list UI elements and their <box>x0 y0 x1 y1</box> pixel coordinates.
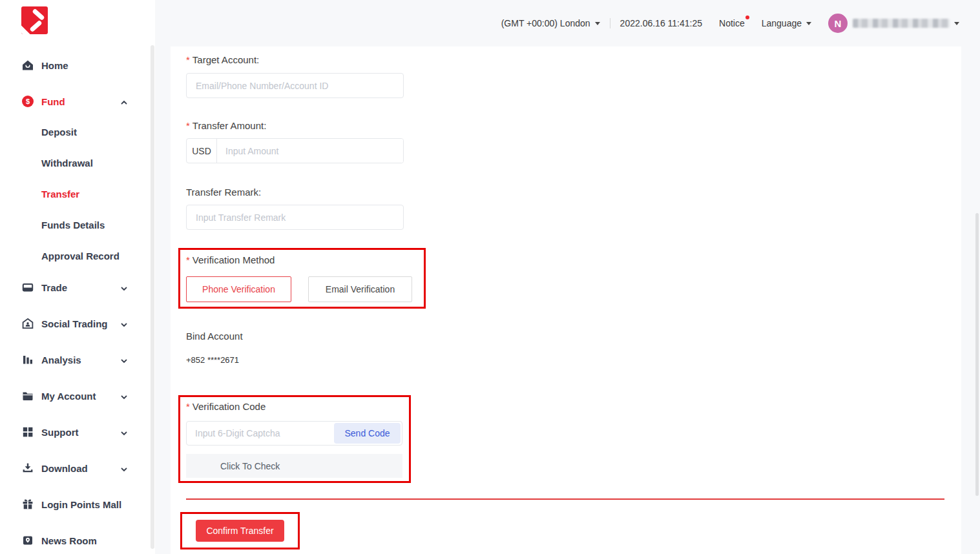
sidebar-item-withdrawal[interactable]: Withdrawal <box>41 155 155 170</box>
transfer-remark-input[interactable] <box>186 205 404 230</box>
chevron-down-icon <box>120 392 128 403</box>
chevron-down-icon <box>120 320 128 331</box>
sidebar-item-news-room[interactable]: News Room <box>22 533 155 548</box>
transfer-amount-label: *Transfer Amount: <box>186 120 266 131</box>
chevron-up-icon <box>120 97 128 108</box>
timezone-selector[interactable]: (GMT +00:00) London <box>501 18 600 28</box>
verification-method-label: *Verification Method <box>186 254 275 265</box>
logo-corner-cut <box>21 25 31 34</box>
page-scrollbar[interactable] <box>975 213 979 496</box>
grid-icon <box>22 426 34 438</box>
sidebar-item-approval-record[interactable]: Approval Record <box>41 248 155 263</box>
sidebar-item-login-points-mall[interactable]: Login Points Mall <box>22 497 155 512</box>
target-account-label: *Target Account: <box>186 54 259 65</box>
timezone-label: (GMT +00:00) London <box>501 18 590 28</box>
language-selector[interactable]: Language <box>762 18 811 28</box>
captcha-check-label: Click To Check <box>220 461 280 471</box>
sidebar-item-label: News Room <box>41 535 97 546</box>
chevron-down-icon <box>120 356 128 367</box>
sidebar-item-download[interactable]: Download <box>22 460 155 476</box>
captcha-check-button[interactable]: Click To Check <box>186 454 402 478</box>
notice-label: Notice <box>719 18 745 28</box>
sidebar-item-label: Download <box>41 463 88 474</box>
required-mark: * <box>186 254 190 265</box>
bind-account-value: +852 ****2671 <box>186 355 239 365</box>
currency-prefix: USD <box>187 139 217 163</box>
target-account-input[interactable] <box>186 73 404 98</box>
annotation-box-verification-code: *Verification Code Send Code Click To Ch… <box>178 395 411 483</box>
caret-down-icon <box>595 22 600 25</box>
sidebar-item-label: Trade <box>41 282 67 293</box>
avatar[interactable]: N <box>828 14 848 33</box>
community-house-icon <box>22 318 34 329</box>
folder-icon <box>22 390 34 402</box>
sidebar-item-my-account[interactable]: My Account <box>22 388 155 404</box>
sidebar-item-label: Social Trading <box>41 318 108 329</box>
sidebar: Home $ Fund Deposit Withdrawal Transfer … <box>0 0 155 554</box>
bar-chart-icon <box>22 354 34 365</box>
home-icon <box>22 59 34 71</box>
required-mark: * <box>186 54 190 65</box>
confirm-transfer-button[interactable]: Confirm Transfer <box>196 520 284 542</box>
notice-badge <box>745 15 749 19</box>
section-divider <box>186 498 944 500</box>
username-redacted <box>853 19 950 28</box>
logo-slash-icon <box>32 8 45 21</box>
sidebar-item-label: Login Points Mall <box>41 499 121 510</box>
dollar-circle-icon: $ <box>22 96 34 107</box>
download-icon <box>22 462 34 474</box>
sidebar-item-label: Analysis <box>41 354 81 365</box>
sidebar-item-funds-details[interactable]: Funds Details <box>41 217 155 232</box>
language-label: Language <box>762 18 802 28</box>
news-badge-icon <box>22 535 34 546</box>
chevron-down-icon <box>120 428 128 439</box>
annotation-box-verification-method: *Verification Method Phone Verification … <box>178 248 426 309</box>
sidebar-item-label: Withdrawal <box>41 158 93 169</box>
caret-down-icon <box>806 22 811 25</box>
transfer-amount-input[interactable] <box>217 139 403 163</box>
sidebar-item-label: Approval Record <box>41 251 120 262</box>
send-code-button[interactable]: Send Code <box>334 423 401 444</box>
sidebar-item-label: Home <box>41 60 68 71</box>
sidebar-item-label: Transfer <box>41 189 79 200</box>
sidebar-item-social-trading[interactable]: Social Trading <box>22 316 155 331</box>
transfer-form-panel: *Target Account: *Transfer Amount: USD T… <box>171 46 961 554</box>
sidebar-item-support[interactable]: Support <box>22 424 155 440</box>
sidebar-item-analysis[interactable]: Analysis <box>22 352 155 367</box>
sidebar-item-fund[interactable]: $ Fund <box>22 94 155 109</box>
card-icon <box>22 282 34 293</box>
transfer-amount-group: USD <box>186 138 404 163</box>
verification-code-row: Send Code <box>186 421 402 446</box>
sidebar-scrollbar[interactable] <box>151 45 154 549</box>
sidebar-item-transfer[interactable]: Transfer <box>41 186 155 201</box>
sidebar-item-label: Funds Details <box>41 220 105 231</box>
notice-link[interactable]: Notice <box>719 18 745 28</box>
sidebar-item-home[interactable]: Home <box>22 57 155 73</box>
bind-account-label: Bind Account <box>186 331 243 342</box>
topbar: (GMT +00:00) London 2022.06.16 11:41:25 … <box>155 0 980 46</box>
sidebar-item-label: My Account <box>41 391 96 402</box>
transfer-remark-label: Transfer Remark: <box>186 187 261 198</box>
sidebar-item-deposit[interactable]: Deposit <box>41 124 155 139</box>
chevron-down-icon <box>120 464 128 475</box>
topbar-divider <box>610 18 610 28</box>
datetime-display: 2022.06.16 11:41:25 <box>620 18 702 28</box>
sidebar-item-label: Support <box>41 427 79 438</box>
logo-slash-icon <box>29 20 42 32</box>
required-mark: * <box>186 401 190 412</box>
email-verification-button[interactable]: Email Verification <box>308 276 412 302</box>
annotation-box-confirm: Confirm Transfer <box>180 512 300 549</box>
sidebar-item-label: Fund <box>41 96 65 107</box>
phone-verification-button[interactable]: Phone Verification <box>186 276 291 302</box>
sidebar-item-trade[interactable]: Trade <box>22 280 155 295</box>
brand-logo[interactable] <box>21 6 48 34</box>
caret-down-icon[interactable] <box>954 22 959 25</box>
verification-code-label: *Verification Code <box>186 401 266 412</box>
required-mark: * <box>186 120 190 131</box>
gift-icon <box>22 498 34 510</box>
sidebar-item-label: Deposit <box>41 127 77 138</box>
chevron-down-icon <box>120 283 128 294</box>
